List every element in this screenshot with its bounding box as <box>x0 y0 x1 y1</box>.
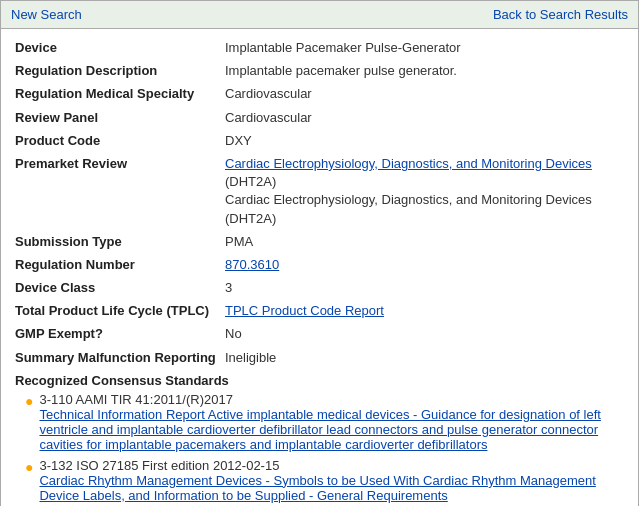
field-row-review-panel: Review Panel Cardiovascular <box>15 109 624 127</box>
bullet-icon-1: ● <box>25 393 33 409</box>
bullet-icon-2: ● <box>25 459 33 475</box>
field-row-device: Device Implantable Pacemaker Pulse-Gener… <box>15 39 624 57</box>
label-product-code: Product Code <box>15 132 225 150</box>
label-premarket-review: Premarket Review <box>15 155 225 228</box>
value-device-class: 3 <box>225 279 624 297</box>
consensus-item-1-text: 3-110 AAMI TIR 41:2011/(R)2017 Technical… <box>39 392 624 452</box>
field-row-summary-malfunction: Summary Malfunction Reporting Ineligible <box>15 349 624 367</box>
consensus-item-2-text: 3-132 ISO 27185 First edition 2012-02-15… <box>39 458 624 503</box>
label-summary-malfunction: Summary Malfunction Reporting <box>15 349 225 367</box>
label-device: Device <box>15 39 225 57</box>
premarket-link-1[interactable]: Cardiac Electrophysiology, Diagnostics, … <box>225 156 592 171</box>
consensus-section-header: Recognized Consensus Standards <box>15 373 624 388</box>
label-device-class: Device Class <box>15 279 225 297</box>
field-row-submission-type: Submission Type PMA <box>15 233 624 251</box>
label-regulation-specialty: Regulation Medical Specialty <box>15 85 225 103</box>
new-search-link[interactable]: New Search <box>11 7 82 22</box>
consensus-item-2: ● 3-132 ISO 27185 First edition 2012-02-… <box>25 458 624 503</box>
value-gmp-exempt: No <box>225 325 624 343</box>
value-product-code: DXY <box>225 132 624 150</box>
value-regulation-description: Implantable pacemaker pulse generator. <box>225 62 624 80</box>
regulation-number-link[interactable]: 870.3610 <box>225 257 279 272</box>
consensus-item-1-link[interactable]: Technical Information Report Active impl… <box>39 407 624 452</box>
label-gmp-exempt: GMP Exempt? <box>15 325 225 343</box>
consensus-item-1-title: 3-110 AAMI TIR 41:2011/(R)2017 <box>39 392 624 407</box>
value-tplc: TPLC Product Code Report <box>225 302 624 320</box>
value-regulation-number: 870.3610 <box>225 256 624 274</box>
field-row-product-code: Product Code DXY <box>15 132 624 150</box>
label-tplc: Total Product Life Cycle (TPLC) <box>15 302 225 320</box>
consensus-item-2-title: 3-132 ISO 27185 First edition 2012-02-15 <box>39 458 624 473</box>
value-review-panel: Cardiovascular <box>225 109 624 127</box>
field-row-premarket-review: Premarket Review Cardiac Electrophysiolo… <box>15 155 624 228</box>
value-submission-type: PMA <box>225 233 624 251</box>
back-to-results-link[interactable]: Back to Search Results <box>493 7 628 22</box>
consensus-list: ● 3-110 AAMI TIR 41:2011/(R)2017 Technic… <box>15 392 624 503</box>
value-premarket-review: Cardiac Electrophysiology, Diagnostics, … <box>225 155 624 228</box>
label-regulation-number: Regulation Number <box>15 256 225 274</box>
main-container: New Search Back to Search Results Device… <box>0 0 639 506</box>
field-row-regulation-specialty: Regulation Medical Specialty Cardiovascu… <box>15 85 624 103</box>
field-row-regulation-number: Regulation Number 870.3610 <box>15 256 624 274</box>
tplc-link[interactable]: TPLC Product Code Report <box>225 303 384 318</box>
label-submission-type: Submission Type <box>15 233 225 251</box>
value-regulation-specialty: Cardiovascular <box>225 85 624 103</box>
label-review-panel: Review Panel <box>15 109 225 127</box>
label-regulation-description: Regulation Description <box>15 62 225 80</box>
content-area: Device Implantable Pacemaker Pulse-Gener… <box>1 29 638 506</box>
consensus-item-1: ● 3-110 AAMI TIR 41:2011/(R)2017 Technic… <box>25 392 624 452</box>
field-row-tplc: Total Product Life Cycle (TPLC) TPLC Pro… <box>15 302 624 320</box>
field-row-device-class: Device Class 3 <box>15 279 624 297</box>
value-summary-malfunction: Ineligible <box>225 349 624 367</box>
toolbar: New Search Back to Search Results <box>1 1 638 29</box>
field-row-regulation-description: Regulation Description Implantable pacem… <box>15 62 624 80</box>
consensus-item-2-link[interactable]: Cardiac Rhythm Management Devices - Symb… <box>39 473 624 503</box>
value-device: Implantable Pacemaker Pulse-Generator <box>225 39 624 57</box>
field-row-gmp-exempt: GMP Exempt? No <box>15 325 624 343</box>
